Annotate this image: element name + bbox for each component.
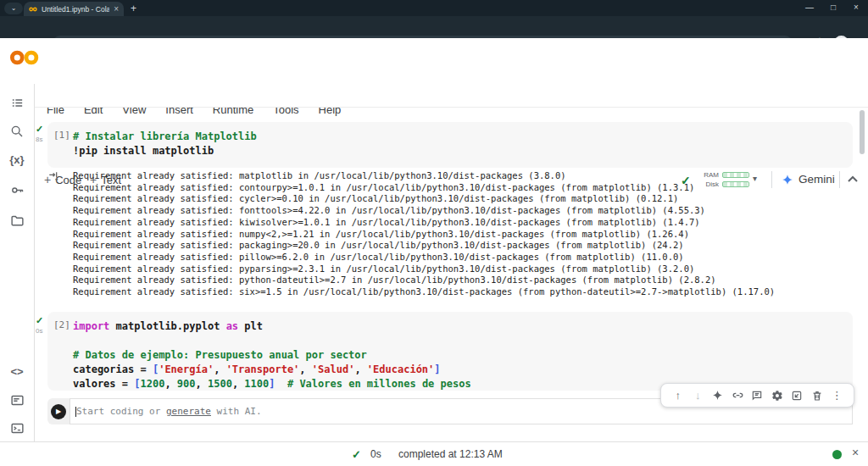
cell-1-output: Requirement already satisfied: matplotli… bbox=[73, 170, 775, 298]
terminal-icon[interactable] bbox=[8, 419, 25, 436]
gemini-spark-icon bbox=[782, 174, 793, 186]
more-actions-icon[interactable]: ⋮ bbox=[830, 389, 843, 402]
gemini-label: Gemini bbox=[798, 173, 835, 186]
mirror-cell-icon[interactable] bbox=[790, 389, 804, 402]
colab-logo[interactable] bbox=[8, 47, 41, 68]
move-cell-down-icon[interactable]: ↓ bbox=[691, 389, 704, 402]
browser-tab[interactable]: Untitled1.ipynb - Colab × bbox=[24, 2, 124, 16]
delete-cell-trash-icon[interactable] bbox=[810, 389, 824, 402]
search-icon[interactable] bbox=[8, 123, 25, 140]
colab-window: ⌄ Untitled1.ipynb - Colab × + — □ × ← → … bbox=[0, 0, 868, 466]
generate-with-ai-link[interactable]: generate bbox=[166, 406, 211, 417]
cell-success-check-icon: ✓ bbox=[36, 315, 43, 326]
cell-success-check-icon: ✓ bbox=[36, 124, 43, 135]
collapse-toolbar-icon[interactable] bbox=[848, 175, 858, 182]
tab-close-icon[interactable]: × bbox=[114, 4, 119, 14]
tab-search-button[interactable]: ⌄ bbox=[4, 3, 23, 14]
scrollbar-thumb[interactable] bbox=[860, 110, 865, 154]
copy-link-icon[interactable] bbox=[731, 389, 744, 402]
code-cell-1[interactable]: [1] # Instalar librería Matplotlib!pip i… bbox=[47, 122, 853, 168]
code-cell-2[interactable]: [2] import matplotlib.pyplot as plt # Da… bbox=[47, 312, 853, 391]
divider bbox=[839, 171, 840, 188]
output-actions-icon[interactable] bbox=[48, 170, 61, 183]
code-snippets-icon[interactable]: <> bbox=[8, 363, 25, 380]
browser-tabstrip: ⌄ Untitled1.ipynb - Colab × + — □ × bbox=[0, 0, 868, 16]
cell-toolbar: ↑ ↓ ⋮ bbox=[660, 383, 854, 408]
secrets-key-icon[interactable] bbox=[8, 181, 25, 198]
notebook-toolbar: + Code + Text ✓ RAM Disk ▾ Gemini bbox=[0, 84, 868, 108]
command-palette-icon[interactable] bbox=[8, 391, 25, 408]
window-minimize-button[interactable]: — bbox=[805, 3, 814, 12]
colab-favicon bbox=[29, 6, 37, 13]
window-close-button[interactable]: × bbox=[854, 3, 859, 12]
variables-icon[interactable]: {x} bbox=[8, 151, 25, 168]
files-folder-icon[interactable] bbox=[8, 212, 25, 229]
cell-1-code[interactable]: # Instalar librería Matplotlib!pip insta… bbox=[73, 130, 257, 158]
status-message: completed at 12:13 AM bbox=[398, 448, 503, 460]
execution-count[interactable]: [1] bbox=[53, 130, 70, 141]
play-icon: ▶ bbox=[51, 404, 66, 419]
status-check-icon: ✓ bbox=[352, 448, 361, 461]
cell-duration: 0s bbox=[36, 327, 42, 335]
table-of-contents-icon[interactable] bbox=[8, 94, 25, 111]
cell-settings-gear-icon[interactable] bbox=[771, 389, 784, 402]
move-cell-up-icon[interactable]: ↑ bbox=[671, 389, 685, 402]
statusbar-close-icon[interactable]: × bbox=[852, 446, 859, 459]
comment-icon[interactable] bbox=[750, 389, 764, 402]
execution-count[interactable]: [2] bbox=[53, 319, 70, 330]
browser-navbar: ← → ↻ colab.research.google.com/drive/1J… bbox=[0, 16, 868, 38]
new-tab-button[interactable]: + bbox=[131, 3, 136, 14]
connection-status-dot bbox=[832, 450, 842, 459]
statusbar: ✓ 0s completed at 12:13 AM × bbox=[0, 441, 868, 466]
colab-header: Untitled1.ipynb ☆ File Edit View Insert … bbox=[0, 38, 868, 84]
editor-placeholder: Start coding or generate with AI. bbox=[76, 406, 262, 417]
gemini-button[interactable]: Gemini bbox=[782, 173, 835, 186]
gemini-spark-icon[interactable] bbox=[711, 389, 725, 402]
run-cell-button[interactable]: ▶ bbox=[47, 398, 70, 424]
status-duration: 0s bbox=[370, 448, 381, 460]
tab-title: Untitled1.ipynb - Colab bbox=[42, 5, 109, 14]
cell-2-code[interactable]: import matplotlib.pyplot as plt # Datos … bbox=[73, 319, 471, 391]
left-sidebar: {x} <> bbox=[0, 84, 35, 441]
cell-duration: 8s bbox=[36, 136, 42, 143]
window-maximize-button[interactable]: □ bbox=[831, 3, 836, 12]
